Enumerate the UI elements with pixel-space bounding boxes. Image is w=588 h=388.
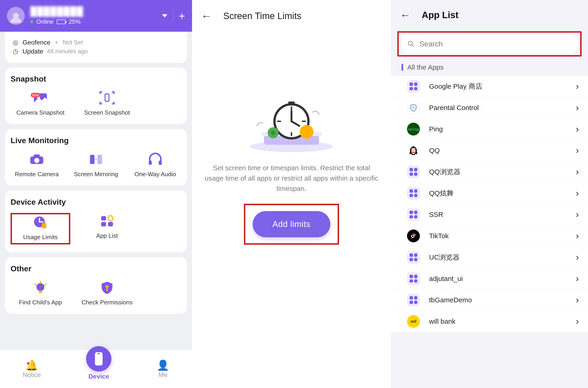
add-limits-button[interactable]: Add limits xyxy=(253,211,330,237)
applist-title: App List xyxy=(422,10,458,20)
app-row[interactable]: adjutant_ui› xyxy=(391,268,588,290)
usage-limits-button[interactable]: Usage Limits xyxy=(11,213,70,244)
chevron-right-icon: › xyxy=(576,316,579,326)
back-arrow-icon[interactable]: ← xyxy=(201,10,212,22)
app-row[interactable]: UC浏览器› xyxy=(391,247,588,268)
app-row[interactable]: Google Play 商店› xyxy=(391,76,588,97)
app-name-label: Google Play 商店 xyxy=(429,82,576,91)
find-child-app-button[interactable]: Find Child's App xyxy=(11,280,70,306)
child-name: ████████ xyxy=(30,6,162,16)
online-indicator-icon xyxy=(30,21,33,23)
battery-percentage: 25% xyxy=(69,18,81,25)
svg-rect-27 xyxy=(288,101,295,105)
app-row[interactable]: QQ浏览器› xyxy=(391,161,588,183)
app-name-label: adjutant_ui xyxy=(429,275,576,283)
headphones-icon xyxy=(147,152,163,166)
app-name-label: SSR xyxy=(429,211,576,218)
child-avatar[interactable] xyxy=(7,7,25,25)
app-row[interactable]: TikTok› xyxy=(391,225,588,247)
screentime-header: ← Screen Time Limits xyxy=(192,0,391,32)
live-title: Live Monitoring xyxy=(11,136,182,145)
clock-icon: ◷ xyxy=(12,48,19,55)
update-label: Update xyxy=(23,48,43,55)
app-grid-icon xyxy=(407,208,420,221)
app-row[interactable]: willwill bank› xyxy=(391,311,588,332)
app-row[interactable]: SSR› xyxy=(391,204,588,225)
snapshot-title: Snapshot xyxy=(11,74,182,83)
app-list-button[interactable]: App List xyxy=(77,213,137,244)
svg-rect-18 xyxy=(39,291,42,293)
app-name-label: TikTok xyxy=(429,232,576,240)
app-grid-icon xyxy=(407,251,420,264)
bell-icon: 🔔 xyxy=(23,359,41,371)
app-row[interactable]: Parental Control› xyxy=(391,97,588,119)
update-value: 48 minutes ago xyxy=(47,48,88,55)
battery-icon xyxy=(57,20,66,24)
screen-snapshot-button[interactable]: Screen Snapshot xyxy=(77,90,137,116)
chevron-right-icon: › xyxy=(576,124,579,134)
svg-rect-2 xyxy=(105,94,109,101)
svg-point-37 xyxy=(271,130,275,135)
add-device-button[interactable]: + xyxy=(179,10,185,22)
app-list-body: Google Play 商店›Parental Control›>pingPin… xyxy=(391,76,588,332)
svg-line-39 xyxy=(412,45,414,47)
svg-rect-48 xyxy=(411,152,416,153)
svg-rect-4 xyxy=(34,154,40,157)
device-activity-title: Device Activity xyxy=(11,197,182,207)
tab-device[interactable]: Device xyxy=(86,358,111,380)
phone-app-list: ← App List All the Apps Google Play 商店›P… xyxy=(391,0,588,388)
chevron-right-icon: › xyxy=(576,274,579,284)
check-permissions-button[interactable]: Check Permissions xyxy=(77,280,137,306)
svg-rect-21 xyxy=(95,352,103,365)
clock-illustration xyxy=(243,91,340,156)
chevron-right-icon: › xyxy=(576,167,579,177)
search-input[interactable] xyxy=(419,40,571,48)
app-row[interactable]: QQ炫舞› xyxy=(391,183,588,204)
tab-notice[interactable]: 🔔 Notice xyxy=(23,359,41,379)
svg-point-46 xyxy=(414,149,415,149)
chevron-right-icon: › xyxy=(576,103,579,113)
app-grid-icon xyxy=(407,80,420,93)
device-info-card: ◎ Geofence Not Set ◷ Update 48 minutes a… xyxy=(5,32,187,63)
app-grid-icon xyxy=(407,165,420,178)
remote-camera-button[interactable]: Remote Camera xyxy=(11,151,63,178)
search-bar[interactable] xyxy=(400,34,578,53)
willbank-icon: will xyxy=(407,315,420,328)
chevron-right-icon: › xyxy=(576,146,579,155)
svg-rect-9 xyxy=(159,160,162,165)
app-row[interactable]: >pingPing› xyxy=(391,119,588,140)
section-bar-icon xyxy=(401,64,403,71)
screen-mirroring-button[interactable]: Screen Mirroring xyxy=(70,151,122,178)
add-limits-highlight: Add limits xyxy=(244,204,339,245)
app-name-label: tbGameDemo xyxy=(429,296,576,304)
divider xyxy=(173,10,173,22)
applist-header: ← App List xyxy=(391,0,588,30)
svg-rect-15 xyxy=(101,222,106,226)
svg-point-40 xyxy=(413,106,415,108)
mirror-icon xyxy=(88,152,104,166)
camera-snapshot-button[interactable]: New Camera Snapshot xyxy=(11,90,70,116)
chevron-right-icon: › xyxy=(576,295,579,305)
other-card: Other Find Child's App Check Permissions xyxy=(5,257,187,314)
app-row[interactable]: tbGameDemo› xyxy=(391,290,588,311)
screentime-title: Screen Time Limits xyxy=(223,11,301,21)
shield-icon xyxy=(407,101,420,114)
lightbulb-icon xyxy=(32,281,48,294)
svg-rect-14 xyxy=(107,215,114,222)
section-label: All the Apps xyxy=(407,63,444,71)
svg-rect-13 xyxy=(101,216,106,220)
geofence-value: Not Set xyxy=(63,39,83,46)
app-row[interactable]: QQ› xyxy=(391,140,588,161)
chevron-right-icon: › xyxy=(576,82,579,91)
oneway-audio-button[interactable]: One-Way Audio xyxy=(129,151,182,178)
search-icon xyxy=(407,40,414,47)
all-apps-section-header: All the Apps xyxy=(391,56,588,76)
device-tab-circle xyxy=(86,346,111,371)
tab-me[interactable]: 👤 Me xyxy=(157,359,169,379)
device-dropdown-icon[interactable] xyxy=(162,14,167,18)
qq-penguin-icon xyxy=(407,144,420,157)
chevron-right-icon: › xyxy=(576,188,579,198)
tiktok-icon xyxy=(407,229,420,242)
back-arrow-icon[interactable]: ← xyxy=(400,9,411,21)
new-badge: New xyxy=(31,93,40,97)
